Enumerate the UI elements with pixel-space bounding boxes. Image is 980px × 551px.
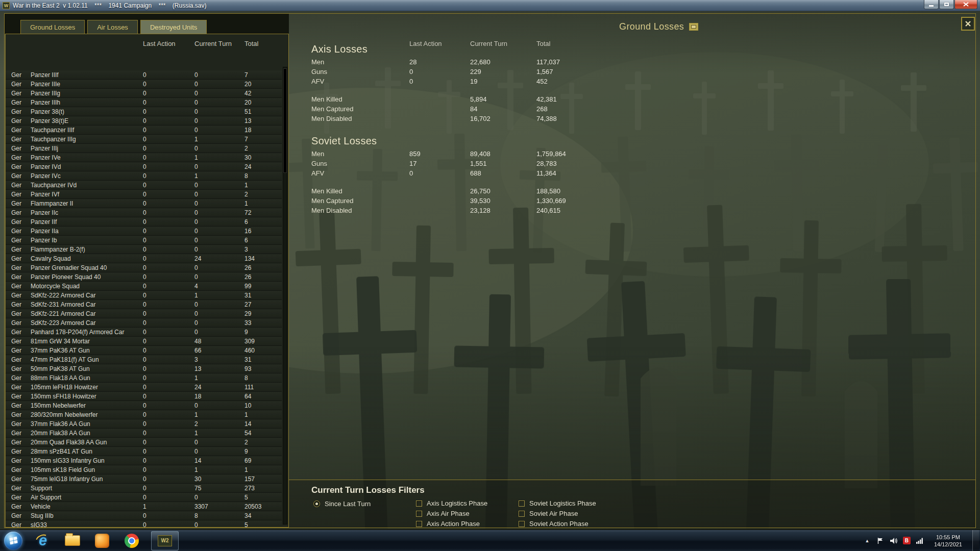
cell-current-turn: 1 xyxy=(194,466,244,473)
cell-current-turn: 18 xyxy=(194,393,244,400)
checkbox-icon[interactable] xyxy=(416,500,422,507)
cell-current-turn: 1 xyxy=(194,411,244,418)
cell-equipment-name: Panzer IVe xyxy=(31,154,143,161)
cell-equipment-name: 75mm leIG18 Infantry Gun xyxy=(31,475,143,483)
cell-equipment-name: Panzer IVf xyxy=(31,191,143,198)
cell-nationality: Ger xyxy=(11,457,31,464)
taskbar-apps: e W2 xyxy=(33,531,179,550)
taskbar-chrome[interactable] xyxy=(121,532,142,550)
network-icon[interactable] xyxy=(916,537,924,545)
since-last-turn-option[interactable]: Since Last Turn xyxy=(313,500,371,508)
cell-last-action: 0 xyxy=(143,402,194,409)
tab-destroyed-units[interactable]: Destroyed Units xyxy=(140,20,207,34)
action-center-flag-icon[interactable] xyxy=(876,537,885,545)
maximize-button[interactable] xyxy=(939,0,954,9)
cell-total: 26 xyxy=(244,264,282,271)
cell-nationality: Ger xyxy=(11,246,31,253)
cell-nationality: Ger xyxy=(11,99,31,106)
minimize-button[interactable] xyxy=(924,0,939,9)
cell-equipment-name: Panzer Ib xyxy=(31,237,143,244)
cell-current-turn: 8 xyxy=(194,512,244,519)
cell-current-turn: 0 xyxy=(194,108,244,115)
filter-checkbox-row[interactable]: Axis Air Phase xyxy=(416,510,487,517)
cell-current-turn: 1 xyxy=(194,292,244,299)
cell-nationality: Ger xyxy=(11,182,31,189)
checkbox-icon[interactable] xyxy=(519,500,525,507)
checkbox-icon[interactable] xyxy=(519,511,525,517)
table-row: Ger 150mm sIG33 Infantry Gun 0 14 69 xyxy=(6,456,282,465)
dialog-close-button[interactable] xyxy=(961,17,975,31)
window-titlebar[interactable]: W War in the East 2 v 1.02.11 *** 1941 C… xyxy=(0,0,980,11)
cell-equipment-name: 81mm GrW 34 Mortar xyxy=(31,338,143,345)
taskbar-war-in-the-east[interactable]: W2 xyxy=(151,531,179,550)
table-row: Ger 75mm leIG18 Infantry Gun 0 30 157 xyxy=(6,474,282,484)
cell-nationality: Ger xyxy=(11,365,31,372)
radio-icon[interactable] xyxy=(313,500,320,507)
table-row: Ger 20mm Quad Flak38 AA Gun 0 0 2 xyxy=(6,438,282,447)
cell-nationality: Ger xyxy=(11,402,31,409)
cell-current-turn: 0 xyxy=(194,117,244,124)
start-button[interactable] xyxy=(4,532,22,550)
volume-icon[interactable] xyxy=(890,537,898,545)
filter-checkbox-row[interactable]: Soviet Action Phase xyxy=(519,520,596,527)
taskbar-internet-explorer[interactable]: e xyxy=(33,532,53,550)
table-row: Ger Panzer IIIh 0 0 20 xyxy=(6,98,282,107)
app-icon: W xyxy=(3,2,10,9)
axis-losses-title: Axis Losses xyxy=(311,43,368,55)
taskbar-clock[interactable]: 10:55 PM 14/12/2021 xyxy=(929,534,967,548)
cell-current-turn: 75 xyxy=(194,485,244,492)
cell-current-turn: 0 xyxy=(194,448,244,455)
checkbox-icon[interactable] xyxy=(519,521,525,527)
cell-nationality: Ger xyxy=(11,347,31,354)
cell-total: 1 xyxy=(244,200,282,207)
cell-current-turn: 0 xyxy=(194,200,244,207)
tab-air-losses[interactable]: Air Losses xyxy=(87,20,138,34)
cell-nationality: Ger xyxy=(11,154,31,161)
cell-last-action: 0 xyxy=(143,145,194,152)
loss-row: Guns 0 229 1,567 xyxy=(311,68,639,78)
cell-last-action: 0 xyxy=(143,283,194,290)
filter-checkbox-row[interactable]: Axis Action Phase xyxy=(416,520,487,527)
cell-last-action: 0 xyxy=(143,466,194,473)
checkbox-icon[interactable] xyxy=(416,521,422,527)
axis-losses-table: Men 28 22,680 117,037 Guns 0 229 1,567 A… xyxy=(311,58,639,87)
cell-equipment-name: 150mm Nebelwerfer xyxy=(31,402,143,409)
close-button[interactable] xyxy=(954,0,977,9)
cell-equipment-name: 20mm Quad Flak38 AA Gun xyxy=(31,439,143,446)
filter-checkbox-row[interactable]: Soviet Logistics Phase xyxy=(519,500,596,507)
table-row: Ger SdKfz-221 Armored Car 0 0 29 xyxy=(6,309,282,318)
filter-checkbox-row[interactable]: Soviet Air Phase xyxy=(519,510,596,517)
cell-equipment-name: SdKfz-221 Armored Car xyxy=(31,310,143,317)
col-total: Total xyxy=(244,40,288,47)
table-scrollbar[interactable] xyxy=(283,67,287,524)
taskbar-file-explorer[interactable] xyxy=(62,532,83,550)
cell-total: 9 xyxy=(244,448,282,455)
cell-equipment-name: Flammpanzer B-2(f) xyxy=(31,246,143,253)
cell-current-turn: 4 xyxy=(194,283,244,290)
war-in-the-east-icon: W2 xyxy=(158,535,172,546)
cell-last-action: 0 xyxy=(143,512,194,519)
cell-last-action: 0 xyxy=(143,457,194,464)
cell-last-action: 0 xyxy=(143,374,194,382)
cell-total: 7 xyxy=(244,71,282,79)
hidden-icons-chevron[interactable]: ▲ xyxy=(863,537,871,545)
cell-total: 72 xyxy=(244,209,282,216)
cell-equipment-name: Panzer IIf xyxy=(31,218,143,226)
cell-total: 16 xyxy=(244,228,282,235)
cell-nationality: Ger xyxy=(11,494,31,501)
cell-current-turn: 48 xyxy=(194,338,244,345)
cell-total: 20503 xyxy=(244,503,282,510)
taskbar-media-app[interactable] xyxy=(92,532,112,550)
checkbox-icon[interactable] xyxy=(416,511,422,517)
table-row: Ger Panzer IVe 0 1 30 xyxy=(6,153,282,162)
table-row: Ger 28mm sPzB41 AT Gun 0 0 9 xyxy=(6,447,282,456)
tab-ground-losses[interactable]: Ground Losses xyxy=(20,20,85,34)
equipment-table: Ger Panzer IIIf 0 0 7 Ger Panzer IIIe 0 … xyxy=(6,70,282,528)
report-grid-icon[interactable] xyxy=(689,23,698,31)
app-badge-b-icon[interactable]: B xyxy=(903,537,911,544)
show-desktop-button[interactable] xyxy=(972,530,979,551)
cell-current-turn: 0 xyxy=(194,218,244,226)
filter-checkbox-row[interactable]: Axis Logistics Phase xyxy=(416,500,487,507)
soviet-phase-filters: Soviet Logistics Phase Soviet Air Phase … xyxy=(519,500,596,527)
scrollbar-thumb[interactable] xyxy=(283,68,287,173)
